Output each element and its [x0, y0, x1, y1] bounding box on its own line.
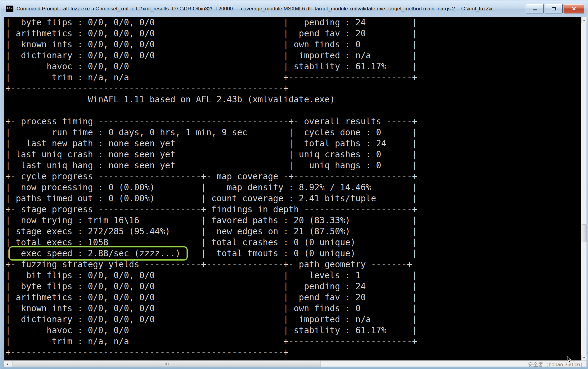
- title-bar[interactable]: C:\ Command Prompt - afl-fuzz.exe -i C:\…: [1, 1, 587, 17]
- minimize-button[interactable]: [526, 4, 544, 13]
- console-line: | known ints : 0/0, 0/0, 0/0 | own finds…: [5, 39, 581, 50]
- vertical-scroll-thumb[interactable]: [582, 224, 586, 242]
- window-frame: C:\ Command Prompt - afl-fuzz.exe -i C:\…: [0, 0, 588, 369]
- afl-status-screen: | byte flips : 0/0, 0/0, 0/0 | pending :…: [4, 17, 581, 358]
- minimize-icon: [533, 9, 537, 10]
- maximize-icon: [552, 7, 556, 10]
- console-line: | havoc : 0/0, 0/0 | stability : 61.17% …: [5, 61, 581, 72]
- console-line: | arithmetics : 0/0, 0/0, 0/0 | pend fav…: [5, 292, 581, 303]
- scroll-up-button[interactable]: ▲: [581, 17, 587, 23]
- window-bottom-border: [1, 367, 587, 369]
- close-icon: ✕: [572, 6, 576, 12]
- console-line: | run time : 0 days, 0 hrs, 1 min, 9 sec…: [5, 127, 581, 138]
- console-line: | known ints : 0/0, 0/0, 0/0 | own finds…: [5, 303, 581, 314]
- console-line: | last uniq hang : none seen yet | uniq …: [5, 160, 581, 171]
- console-line: +- stage progress --------------------+ …: [5, 204, 581, 215]
- mouse-cursor-icon: [567, 356, 572, 363]
- console-line: | arithmetics : 0/0, 0/0, 0/0 | pend fav…: [5, 28, 581, 39]
- console-line: +- cycle progress --------------------+-…: [5, 171, 581, 182]
- console-line: +- process timing ----------------------…: [5, 116, 581, 127]
- console-line: | total execs : 1058 | total crashes : 0…: [5, 237, 581, 248]
- console-line: | dictionary : 0/0, 0/0, 0/0 | imported …: [5, 50, 581, 61]
- vertical-scrollbar[interactable]: ▲ ▼: [581, 17, 586, 360]
- console-line: | last uniq crash : none seen yet | uniq…: [5, 149, 581, 160]
- scroll-up-icon: ▲: [583, 19, 586, 22]
- console-line: | dictionary : 0/0, 0/0, 0/0 | imported …: [5, 314, 581, 325]
- close-button[interactable]: ✕: [564, 4, 584, 13]
- console-line: +---------------------------------------…: [5, 347, 581, 358]
- console-line: | now trying : trim 16\16 | favored path…: [5, 215, 581, 226]
- console-line: | paths timed out : 0 (0.00%) | count co…: [5, 193, 581, 204]
- scroll-down-icon: ▼: [583, 356, 586, 359]
- exec-speed-highlight: exec speed : 2.88/sec (zzzz...): [11, 248, 186, 258]
- console-output: | byte flips : 0/0, 0/0, 0/0 | pending :…: [4, 17, 581, 360]
- horizontal-scrollbar[interactable]: ◄ ►: [4, 360, 586, 367]
- console-line: +---------------------------------------…: [5, 83, 581, 94]
- maximize-button[interactable]: [545, 4, 563, 13]
- console-line: +- fuzzing strategy yields -----------+-…: [5, 259, 581, 270]
- console-line: | byte flips : 0/0, 0/0, 0/0 | pending :…: [5, 281, 581, 292]
- window-title: Command Prompt - afl-fuzz.exe -i C:\mins…: [16, 6, 523, 12]
- scroll-left-button[interactable]: ◄: [4, 361, 10, 367]
- console-line: | stage execs : 272/285 (95.44%) | new e…: [5, 226, 581, 237]
- console-line: [5, 105, 581, 116]
- console-line: | now processing : 0 (0.00%) | map densi…: [5, 182, 581, 193]
- window-controls: ✕: [526, 4, 584, 13]
- console-line: WinAFL 1.11 based on AFL 2.43b (xmlvalid…: [5, 94, 581, 105]
- command-prompt-icon: C:\: [6, 5, 13, 12]
- console-line: | havoc : 0/0, 0/0 | stability : 61.17% …: [5, 325, 581, 336]
- console-line: | byte flips : 0/0, 0/0, 0/0 | pending :…: [5, 17, 581, 28]
- scroll-down-button[interactable]: ▼: [581, 355, 587, 360]
- console-line: | bit flips : 0/0, 0/0, 0/0 | levels : 1…: [5, 270, 581, 281]
- thumb-grip-icon: [165, 363, 165, 365]
- console-line: | trim : n/a, n/a +---------------------…: [5, 72, 581, 83]
- console-line: | last new path : none seen yet | total …: [5, 138, 581, 149]
- console-line: | trim : n/a, n/a +---------------------…: [5, 336, 581, 347]
- console-line: | exec speed : 2.88/sec (zzzz...) | tota…: [5, 248, 581, 259]
- horizontal-scroll-thumb[interactable]: [13, 361, 321, 367]
- scroll-left-icon: ◄: [6, 363, 9, 366]
